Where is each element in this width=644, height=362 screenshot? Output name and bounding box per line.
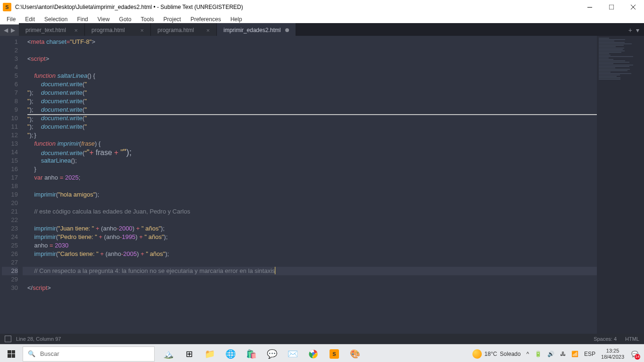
tab-primer-text[interactable]: primer_text.html × (19, 23, 85, 37)
clock[interactable]: 13:25 18/4/2023 (601, 348, 624, 360)
windows-icon (8, 350, 15, 358)
editor-toolbar: ◀ ▶ primer_text.html × progrma.html × pr… (0, 25, 644, 36)
battery-icon[interactable]: 🔋 (535, 351, 542, 357)
notif-badge: 14 (635, 354, 640, 360)
minimize-button[interactable] (579, 0, 601, 14)
nav-forward-icon[interactable]: ▶ (11, 27, 15, 33)
edge-icon[interactable]: 🌐 (221, 345, 240, 362)
status-bar: Line 28, Column 97 Spaces: 4 HTML (0, 334, 644, 344)
menu-edit[interactable]: Edit (20, 15, 40, 24)
weather-widget[interactable]: 18°C Soleado (472, 349, 521, 359)
maximize-button[interactable] (601, 0, 622, 14)
weather-desc: Soleado (500, 351, 520, 357)
menu-file[interactable]: File (2, 15, 20, 24)
menu-tools[interactable]: Tools (136, 15, 159, 24)
code-editor[interactable]: 1234567891011121314151617181920212223242… (0, 36, 644, 334)
menu-help[interactable]: Help (226, 15, 247, 24)
menu-find[interactable]: Find (72, 15, 92, 24)
panel-icon[interactable] (5, 336, 11, 342)
window-titlebar: S C:\Users\anton\Desktop\Julieta\imprimi… (0, 0, 644, 14)
nav-back-icon[interactable]: ◀ (4, 27, 8, 33)
tab-progrma[interactable]: progrma.html × (85, 23, 151, 37)
app-icon: S (3, 3, 11, 11)
menu-selection[interactable]: Selection (40, 15, 72, 24)
keyboard-lang[interactable]: ESP (584, 351, 595, 357)
time: 13:25 (601, 348, 624, 354)
tab-label: imprimir_edades2.html (223, 27, 281, 33)
svg-rect-1 (609, 5, 614, 9)
syntax-language[interactable]: HTML (625, 336, 639, 342)
minimap[interactable] (597, 36, 644, 334)
file-explorer-icon[interactable]: 📁 (200, 345, 220, 362)
search-placeholder: Buscar (40, 350, 59, 357)
tray-chevron-icon[interactable]: ^ (526, 351, 529, 357)
date: 18/4/2023 (601, 354, 624, 360)
close-icon[interactable]: × (74, 27, 78, 34)
new-tab-icon[interactable]: + (628, 26, 632, 34)
tab-label: programa.html (157, 27, 194, 33)
taskbar-apps: 🏔️ ⊞ 📁 🌐 🛍️ 💬 ✉️ S 🎨 (158, 345, 365, 362)
start-button[interactable] (0, 345, 23, 362)
search-icon: 🔍 (28, 350, 35, 357)
wifi-icon[interactable]: 📶 (571, 351, 578, 357)
tab-controls: + ▾ (624, 23, 644, 37)
indentation-setting[interactable]: Spaces: 4 (594, 336, 617, 342)
system-tray: 18°C Soleado ^ 🔋 🔊 🖧 📶 ESP 13:25 18/4/20… (468, 348, 644, 360)
tab-bar: primer_text.html × progrma.html × progra… (19, 23, 644, 37)
cursor-position[interactable]: Line 28, Column 97 (16, 336, 61, 342)
menu-view[interactable]: View (93, 15, 115, 24)
sun-icon (472, 349, 482, 359)
tab-programa[interactable]: programa.html × (151, 23, 217, 37)
svg-rect-0 (587, 7, 592, 8)
app-landscape-icon[interactable]: 🏔️ (158, 345, 178, 362)
close-button[interactable] (622, 0, 644, 14)
tab-dropdown-icon[interactable]: ▾ (636, 26, 639, 34)
menu-project[interactable]: Project (159, 15, 186, 24)
chat-icon[interactable]: 💬 (262, 345, 282, 362)
window-controls (579, 0, 644, 14)
mail-icon[interactable]: ✉️ (283, 345, 303, 362)
paint-icon[interactable]: 🎨 (345, 345, 365, 362)
close-icon[interactable]: × (206, 27, 210, 34)
menu-preferences[interactable]: Preferences (186, 15, 226, 24)
task-view-icon[interactable]: ⊞ (179, 345, 199, 362)
menu-goto[interactable]: Goto (115, 15, 136, 24)
sublime-icon[interactable]: S (324, 345, 344, 362)
window-title: C:\Users\anton\Desktop\Julieta\imprimir_… (15, 4, 579, 10)
taskbar-search[interactable]: 🔍 Buscar (23, 346, 155, 362)
tab-label: primer_text.html (25, 27, 66, 33)
network-icon[interactable]: 🖧 (560, 351, 566, 357)
tab-imprimir-edades2[interactable]: imprimir_edades2.html (217, 23, 296, 37)
store-icon[interactable]: 🛍️ (241, 345, 261, 362)
tab-label: progrma.html (91, 27, 125, 33)
volume-icon[interactable]: 🔊 (547, 351, 554, 357)
dirty-indicator-icon (285, 28, 289, 32)
close-icon[interactable]: × (140, 27, 144, 34)
line-gutter: 1234567891011121314151617181920212223242… (0, 36, 23, 334)
notifications-icon[interactable]: 💬14 (630, 349, 639, 359)
windows-taskbar: 🔍 Buscar 🏔️ ⊞ 📁 🌐 🛍️ 💬 ✉️ S 🎨 18°C Solea… (0, 344, 644, 362)
weather-temp: 18°C (485, 351, 497, 357)
chrome-icon[interactable] (304, 345, 323, 362)
code-area[interactable]: <meta charset="UTF-8"><script> function … (23, 36, 644, 334)
